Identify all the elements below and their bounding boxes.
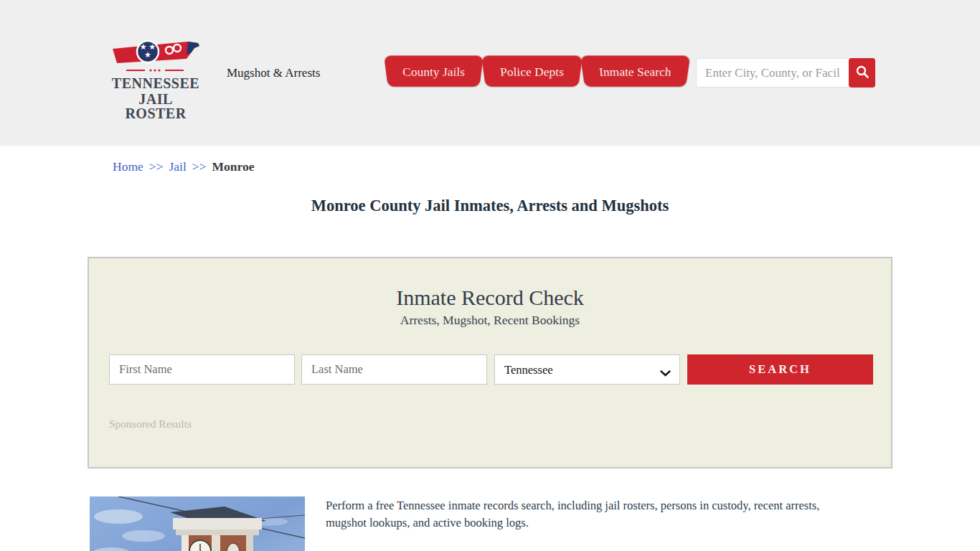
nav-county-jails-button[interactable]: County Jails — [384, 55, 484, 86]
state-select[interactable]: Tennessee — [494, 354, 680, 385]
breadcrumb-separator: >> — [149, 159, 164, 174]
site-header: ★ ★ ★ TENNESSEE JAIL ROSTER Mugshot & Ar… — [0, 0, 980, 146]
breadcrumb-jail-link[interactable]: Jail — [169, 159, 187, 174]
intro-paragraph-1: Perform a free Tennessee inmate records … — [326, 497, 860, 532]
header-search-input[interactable] — [696, 58, 851, 88]
main-nav: County Jails Police Depts Inmate Search — [386, 56, 690, 88]
nav-police-depts-button[interactable]: Police Depts — [481, 55, 583, 86]
search-icon — [854, 64, 870, 82]
last-name-field[interactable] — [301, 354, 487, 385]
nav-inmate-search-button[interactable]: Inmate Search — [580, 55, 690, 86]
site-tagline: Mugshot & Arrests — [227, 66, 320, 80]
breadcrumb-separator: >> — [192, 159, 207, 174]
logo-text-line1: TENNESSEE — [108, 76, 204, 90]
svg-text:★: ★ — [144, 50, 151, 59]
header-search-button[interactable] — [849, 58, 875, 88]
logo-text-line2: JAIL ROSTER — [108, 92, 204, 121]
sponsored-results-label: Sponsored Results — [109, 418, 192, 430]
inmate-search-form: Tennessee SEARCH — [89, 354, 891, 385]
site-logo[interactable]: ★ ★ ★ TENNESSEE JAIL ROSTER — [108, 37, 204, 121]
tennessee-state-flag-icon: ★ ★ ★ — [108, 37, 204, 75]
header-search — [696, 58, 875, 88]
intro-paragraph-2: The Monroe County Jail is a maximum secu… — [326, 549, 860, 551]
intro-text: Perform a free Tennessee inmate records … — [326, 497, 860, 551]
breadcrumb-home-link[interactable]: Home — [113, 159, 143, 174]
breadcrumb-current: Monroe — [212, 159, 255, 174]
inmate-search-submit-button[interactable]: SEARCH — [687, 354, 873, 385]
panel-heading: Inmate Record Check — [89, 286, 891, 310]
courthouse-photo — [90, 496, 305, 551]
first-name-field[interactable] — [109, 354, 295, 385]
breadcrumb: Home>>Jail>>Monroe — [113, 159, 255, 174]
state-select-wrap: Tennessee — [494, 354, 680, 385]
page-title: Monroe County Jail Inmates, Arrests and … — [0, 197, 980, 215]
panel-subheading: Arrests, Mugshot, Recent Bookings — [89, 313, 891, 328]
inmate-record-check-panel: Inmate Record Check Arrests, Mugshot, Re… — [88, 257, 892, 468]
